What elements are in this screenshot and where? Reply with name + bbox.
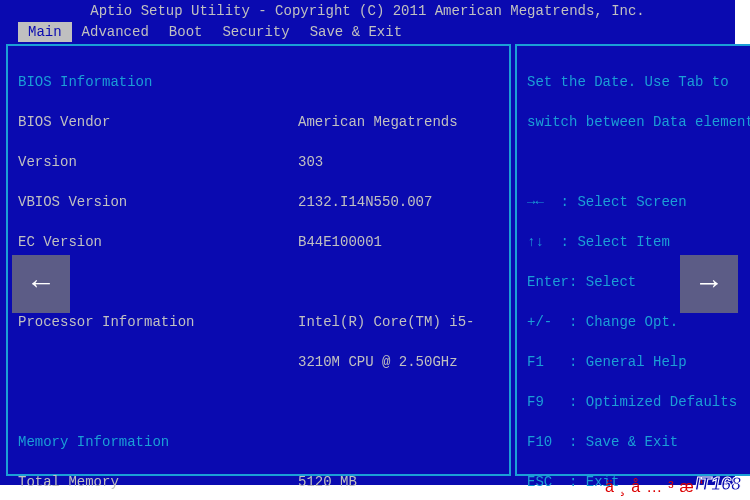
tab-advanced[interactable]: Advanced xyxy=(72,22,159,42)
total-mem-value: 5120 MB xyxy=(298,472,499,492)
key-select-screen: →← : Select Screen xyxy=(527,192,750,212)
tab-boot[interactable]: Boot xyxy=(159,22,213,42)
version-label: Version xyxy=(18,152,298,172)
tab-security[interactable]: Security xyxy=(212,22,299,42)
proc-info-value2: 3210M CPU @ 2.50GHz xyxy=(298,352,499,372)
proc-info-value1: Intel(R) Core(TM) i5- xyxy=(298,312,499,332)
key-save-exit: F10 : Save & Exit xyxy=(527,432,750,452)
proc-info-label: Processor Information xyxy=(18,312,298,332)
key-legend: →← : Select Screen ↑↓ : Select Item Ente… xyxy=(527,172,750,500)
total-mem-label: Total Memory xyxy=(18,472,298,492)
arrow-left-icon: ← xyxy=(32,267,50,301)
key-general-help: F1 : General Help xyxy=(527,352,750,372)
tab-bar: Main Advanced Boot Security Save & Exit xyxy=(0,22,735,42)
watermark-text: ä¸­å…³æ‘ xyxy=(605,478,709,496)
key-change-opt: +/- : Change Opt. xyxy=(527,312,750,332)
left-panel: BIOS Information BIOS VendorAmerican Meg… xyxy=(6,44,511,476)
gallery-next-button[interactable]: → xyxy=(680,255,738,313)
tab-save-exit[interactable]: Save & Exit xyxy=(300,22,412,42)
panels: BIOS Information BIOS VendorAmerican Meg… xyxy=(0,42,735,482)
tab-main[interactable]: Main xyxy=(18,22,72,42)
bios-vendor-label: BIOS Vendor xyxy=(18,112,298,132)
bios-vendor-value: American Megatrends xyxy=(298,112,499,132)
context-help-line2: switch between Data elements. xyxy=(527,112,750,132)
version-value: 303 xyxy=(298,152,499,172)
arrow-right-icon: → xyxy=(700,267,718,301)
key-select-item: ↑↓ : Select Item xyxy=(527,232,750,252)
bios-info-header: BIOS Information xyxy=(18,72,298,92)
title-bar: Aptio Setup Utility - Copyright (C) 2011… xyxy=(0,0,735,22)
gallery-prev-button[interactable]: ← xyxy=(12,255,70,313)
context-help-line1: Set the Date. Use Tab to xyxy=(527,72,750,92)
ec-label: EC Version xyxy=(18,232,298,252)
vbios-label: VBIOS Version xyxy=(18,192,298,212)
ec-value: B44E100001 xyxy=(298,232,499,252)
bios-screen: Aptio Setup Utility - Copyright (C) 2011… xyxy=(0,0,735,485)
key-optimized-defaults: F9 : Optimized Defaults xyxy=(527,392,750,412)
context-help: Set the Date. Use Tab to switch between … xyxy=(527,52,750,172)
mem-info-header: Memory Information xyxy=(18,432,298,452)
watermark-logo: IT168 xyxy=(695,474,741,495)
vbios-value: 2132.I14N550.007 xyxy=(298,192,499,212)
